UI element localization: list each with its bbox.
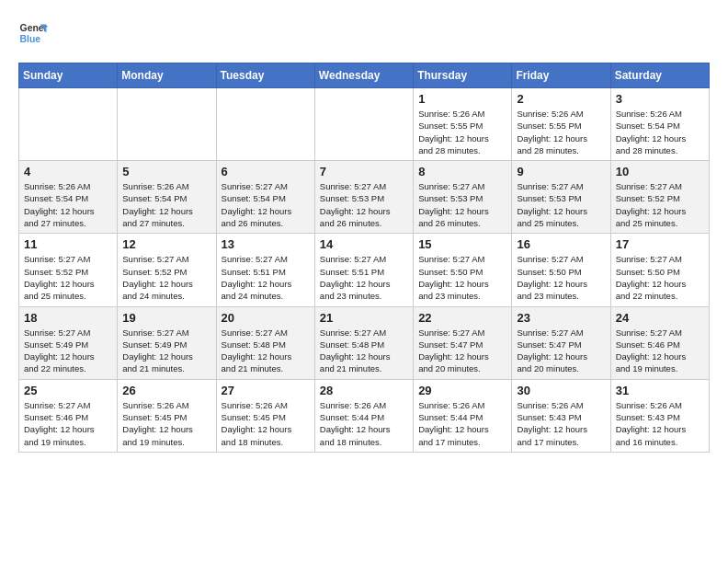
calendar-header-row: SundayMondayTuesdayWednesdayThursdayFrid… — [19, 63, 710, 88]
calendar-cell: 20Sunrise: 5:27 AMSunset: 5:48 PMDayligh… — [216, 306, 314, 379]
calendar-cell: 5Sunrise: 5:26 AMSunset: 5:54 PMDaylight… — [118, 161, 216, 234]
calendar-cell: 19Sunrise: 5:27 AMSunset: 5:49 PMDayligh… — [118, 306, 216, 379]
day-number: 21 — [320, 311, 408, 325]
calendar-cell: 6Sunrise: 5:27 AMSunset: 5:54 PMDaylight… — [216, 161, 314, 234]
calendar-cell: 18Sunrise: 5:27 AMSunset: 5:49 PMDayligh… — [19, 306, 118, 379]
day-number: 23 — [517, 311, 605, 325]
calendar-cell: 17Sunrise: 5:27 AMSunset: 5:50 PMDayligh… — [610, 234, 709, 306]
calendar-cell — [118, 88, 216, 161]
svg-text:Blue: Blue — [20, 34, 41, 44]
day-header-friday: Friday — [512, 63, 610, 88]
day-info: Sunrise: 5:27 AMSunset: 5:50 PMDaylight:… — [418, 253, 506, 302]
day-info: Sunrise: 5:27 AMSunset: 5:48 PMDaylight:… — [222, 327, 310, 375]
day-number: 24 — [616, 311, 704, 325]
day-info: Sunrise: 5:27 AMSunset: 5:52 PMDaylight:… — [616, 180, 704, 229]
day-info: Sunrise: 5:26 AMSunset: 5:43 PMDaylight:… — [616, 399, 704, 448]
calendar-week-1: 1Sunrise: 5:26 AMSunset: 5:55 PMDaylight… — [19, 88, 710, 161]
calendar-cell — [314, 88, 413, 161]
day-number: 2 — [517, 92, 605, 106]
calendar-cell: 14Sunrise: 5:27 AMSunset: 5:51 PMDayligh… — [314, 234, 413, 306]
day-header-saturday: Saturday — [610, 63, 709, 88]
day-info: Sunrise: 5:26 AMSunset: 5:54 PMDaylight:… — [24, 180, 112, 229]
day-number: 8 — [418, 165, 506, 178]
day-number: 27 — [222, 384, 310, 397]
day-number: 18 — [24, 311, 112, 325]
calendar-cell: 4Sunrise: 5:26 AMSunset: 5:54 PMDaylight… — [19, 161, 118, 234]
calendar-cell: 15Sunrise: 5:27 AMSunset: 5:50 PMDayligh… — [414, 234, 512, 306]
calendar-cell: 28Sunrise: 5:26 AMSunset: 5:44 PMDayligh… — [314, 379, 413, 452]
day-number: 3 — [616, 92, 704, 106]
day-info: Sunrise: 5:27 AMSunset: 5:51 PMDaylight:… — [222, 253, 310, 302]
day-info: Sunrise: 5:26 AMSunset: 5:54 PMDaylight:… — [122, 180, 210, 229]
calendar-cell: 25Sunrise: 5:27 AMSunset: 5:46 PMDayligh… — [19, 379, 118, 452]
day-info: Sunrise: 5:26 AMSunset: 5:44 PMDaylight:… — [320, 399, 408, 448]
calendar-week-4: 18Sunrise: 5:27 AMSunset: 5:49 PMDayligh… — [19, 306, 710, 379]
day-number: 10 — [616, 165, 704, 178]
day-info: Sunrise: 5:26 AMSunset: 5:45 PMDaylight:… — [122, 399, 210, 448]
day-number: 6 — [222, 165, 310, 178]
day-info: Sunrise: 5:27 AMSunset: 5:52 PMDaylight:… — [24, 253, 112, 302]
calendar-cell — [19, 88, 118, 161]
day-number: 29 — [418, 384, 506, 397]
day-info: Sunrise: 5:27 AMSunset: 5:53 PMDaylight:… — [418, 180, 506, 229]
day-header-wednesday: Wednesday — [314, 63, 413, 88]
day-number: 22 — [418, 311, 506, 325]
day-info: Sunrise: 5:27 AMSunset: 5:47 PMDaylight:… — [418, 327, 506, 375]
calendar-cell: 22Sunrise: 5:27 AMSunset: 5:47 PMDayligh… — [414, 306, 512, 379]
day-info: Sunrise: 5:27 AMSunset: 5:53 PMDaylight:… — [320, 180, 408, 229]
day-number: 15 — [418, 237, 506, 251]
day-info: Sunrise: 5:27 AMSunset: 5:53 PMDaylight:… — [517, 180, 605, 229]
page-header: General Blue — [18, 18, 710, 48]
day-number: 26 — [122, 384, 210, 397]
day-info: Sunrise: 5:26 AMSunset: 5:45 PMDaylight:… — [222, 399, 310, 448]
day-number: 16 — [517, 237, 605, 251]
day-info: Sunrise: 5:27 AMSunset: 5:49 PMDaylight:… — [122, 327, 210, 375]
day-info: Sunrise: 5:27 AMSunset: 5:51 PMDaylight:… — [320, 253, 408, 302]
day-number: 19 — [122, 311, 210, 325]
calendar-week-3: 11Sunrise: 5:27 AMSunset: 5:52 PMDayligh… — [19, 234, 710, 306]
calendar-week-5: 25Sunrise: 5:27 AMSunset: 5:46 PMDayligh… — [19, 379, 710, 452]
day-info: Sunrise: 5:27 AMSunset: 5:49 PMDaylight:… — [24, 327, 112, 375]
calendar-cell: 10Sunrise: 5:27 AMSunset: 5:52 PMDayligh… — [610, 161, 709, 234]
day-info: Sunrise: 5:27 AMSunset: 5:46 PMDaylight:… — [24, 399, 112, 448]
day-info: Sunrise: 5:26 AMSunset: 5:55 PMDaylight:… — [418, 108, 506, 156]
day-number: 11 — [24, 237, 112, 251]
calendar-cell: 3Sunrise: 5:26 AMSunset: 5:54 PMDaylight… — [610, 88, 709, 161]
calendar-cell: 1Sunrise: 5:26 AMSunset: 5:55 PMDaylight… — [414, 88, 512, 161]
calendar-cell: 21Sunrise: 5:27 AMSunset: 5:48 PMDayligh… — [314, 306, 413, 379]
calendar-cell: 27Sunrise: 5:26 AMSunset: 5:45 PMDayligh… — [216, 379, 314, 452]
calendar-cell: 11Sunrise: 5:27 AMSunset: 5:52 PMDayligh… — [19, 234, 118, 306]
day-number: 20 — [222, 311, 310, 325]
calendar-cell: 31Sunrise: 5:26 AMSunset: 5:43 PMDayligh… — [610, 379, 709, 452]
day-number: 25 — [24, 384, 112, 397]
day-number: 28 — [320, 384, 408, 397]
calendar-cell: 8Sunrise: 5:27 AMSunset: 5:53 PMDaylight… — [414, 161, 512, 234]
calendar-cell — [216, 88, 314, 161]
logo-icon: General Blue — [18, 18, 48, 48]
day-info: Sunrise: 5:27 AMSunset: 5:54 PMDaylight:… — [222, 180, 310, 229]
day-number: 9 — [517, 165, 605, 178]
day-info: Sunrise: 5:27 AMSunset: 5:47 PMDaylight:… — [517, 327, 605, 375]
calendar-cell: 30Sunrise: 5:26 AMSunset: 5:43 PMDayligh… — [512, 379, 610, 452]
day-number: 31 — [616, 384, 704, 397]
day-info: Sunrise: 5:27 AMSunset: 5:48 PMDaylight:… — [320, 327, 408, 375]
day-number: 12 — [122, 237, 210, 251]
day-number: 14 — [320, 237, 408, 251]
day-info: Sunrise: 5:27 AMSunset: 5:52 PMDaylight:… — [122, 253, 210, 302]
calendar-cell: 7Sunrise: 5:27 AMSunset: 5:53 PMDaylight… — [314, 161, 413, 234]
day-number: 30 — [517, 384, 605, 397]
day-header-tuesday: Tuesday — [216, 63, 314, 88]
calendar-cell: 24Sunrise: 5:27 AMSunset: 5:46 PMDayligh… — [610, 306, 709, 379]
logo: General Blue — [18, 18, 48, 48]
day-header-monday: Monday — [118, 63, 216, 88]
day-number: 5 — [122, 165, 210, 178]
calendar-cell: 16Sunrise: 5:27 AMSunset: 5:50 PMDayligh… — [512, 234, 610, 306]
day-number: 17 — [616, 237, 704, 251]
day-info: Sunrise: 5:27 AMSunset: 5:46 PMDaylight:… — [616, 327, 704, 375]
day-info: Sunrise: 5:26 AMSunset: 5:55 PMDaylight:… — [517, 108, 605, 156]
calendar-table: SundayMondayTuesdayWednesdayThursdayFrid… — [18, 63, 710, 453]
day-number: 13 — [222, 237, 310, 251]
day-info: Sunrise: 5:26 AMSunset: 5:54 PMDaylight:… — [616, 108, 704, 156]
calendar-cell: 29Sunrise: 5:26 AMSunset: 5:44 PMDayligh… — [414, 379, 512, 452]
day-number: 7 — [320, 165, 408, 178]
